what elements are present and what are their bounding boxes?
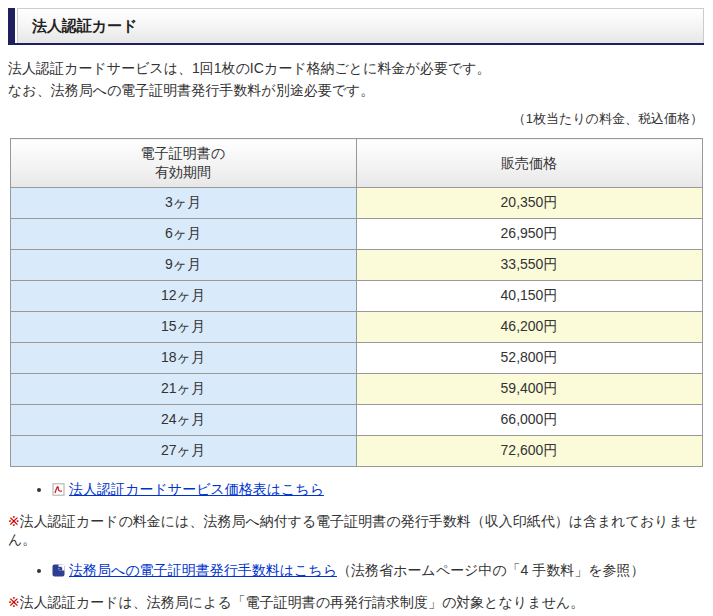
price-cell: 33,550円	[356, 250, 702, 281]
table-row: 24ヶ月 66,000円	[10, 405, 702, 436]
period-cell: 15ヶ月	[10, 312, 356, 343]
table-row: 15ヶ月 46,200円	[10, 312, 702, 343]
price-cell: 20,350円	[356, 188, 702, 219]
note-mark: ※	[8, 594, 20, 610]
note-fee: ※法人認証カードの料金には、法務局へ納付する電子証明書の発行手数料（収入印紙代）…	[8, 512, 704, 548]
table-row: 12ヶ月 40,150円	[10, 281, 702, 312]
table-row: 21ヶ月 59,400円	[10, 374, 702, 405]
period-cell: 3ヶ月	[10, 188, 356, 219]
note-text: 法人認証カードは、法務局による「電子証明書の再発行請求制度」の対象となりません。	[20, 594, 585, 610]
table-row: 27ヶ月 72,600円	[10, 436, 702, 467]
page-title-bar: 法人認証カード	[8, 8, 704, 45]
note-text: 法人認証カードの料金には、法務局へ納付する電子証明書の発行手数料（収入印紙代）は…	[8, 513, 697, 547]
fee-link[interactable]: 法務局への電子証明書発行手数料はこちら	[69, 562, 337, 578]
note-reissue: ※法人認証カードは、法務局による「電子証明書の再発行請求制度」の対象となりません…	[8, 593, 704, 611]
period-cell: 18ヶ月	[10, 343, 356, 374]
price-cell: 52,800円	[356, 343, 702, 374]
period-cell: 9ヶ月	[10, 250, 356, 281]
intro-text: 法人認証カードサービスは、1回1枚のICカード格納ごとに料金が必要です。 なお、…	[8, 57, 704, 101]
link-list-price: 法人認証カードサービス価格表はこちら	[8, 481, 704, 498]
table-row: 6ヶ月 26,950円	[10, 219, 702, 250]
price-cell: 66,000円	[356, 405, 702, 436]
table-header-row: 電子証明書の 有効期間 販売価格	[10, 139, 702, 188]
table-row: 18ヶ月 52,800円	[10, 343, 702, 374]
page: 法人認証カード 法人認証カードサービスは、1回1枚のICカード格納ごとに料金が必…	[0, 0, 713, 616]
price-cell: 26,950円	[356, 219, 702, 250]
pdf-icon[interactable]	[52, 483, 65, 496]
price-table: 電子証明書の 有効期間 販売価格 3ヶ月 20,350円 6ヶ月 26,950円…	[10, 138, 703, 467]
table-row: 9ヶ月 33,550円	[10, 250, 702, 281]
price-cell: 40,150円	[356, 281, 702, 312]
external-link-icon[interactable]	[52, 564, 65, 577]
intro-line-1: 法人認証カードサービスは、1回1枚のICカード格納ごとに料金が必要です。	[8, 57, 704, 79]
price-unit-note: （1枚当たりの料金、税込価格）	[8, 110, 703, 128]
period-cell: 21ヶ月	[10, 374, 356, 405]
column-header-price: 販売価格	[356, 139, 702, 188]
column-header-period: 電子証明書の 有効期間	[10, 139, 356, 188]
list-item: 法人認証カードサービス価格表はこちら	[52, 481, 704, 498]
note-mark: ※	[8, 513, 20, 529]
period-cell: 6ヶ月	[10, 219, 356, 250]
price-list-link[interactable]: 法人認証カードサービス価格表はこちら	[69, 481, 324, 497]
period-cell: 24ヶ月	[10, 405, 356, 436]
page-title: 法人認証カード	[17, 8, 704, 43]
fee-link-suffix: （法務省ホームページ中の「4 手数料」を参照）	[337, 562, 645, 578]
price-cell: 46,200円	[356, 312, 702, 343]
price-cell: 59,400円	[356, 374, 702, 405]
title-accent-bar	[8, 8, 15, 43]
intro-line-2: なお、法務局への電子証明書発行手数料が別途必要です。	[8, 79, 704, 101]
list-item: 法務局への電子証明書発行手数料はこちら（法務省ホームページ中の「4 手数料」を参…	[52, 562, 704, 579]
period-cell: 27ヶ月	[10, 436, 356, 467]
price-cell: 72,600円	[356, 436, 702, 467]
table-row: 3ヶ月 20,350円	[10, 188, 702, 219]
link-list-fee: 法務局への電子証明書発行手数料はこちら（法務省ホームページ中の「4 手数料」を参…	[8, 562, 704, 579]
period-cell: 12ヶ月	[10, 281, 356, 312]
